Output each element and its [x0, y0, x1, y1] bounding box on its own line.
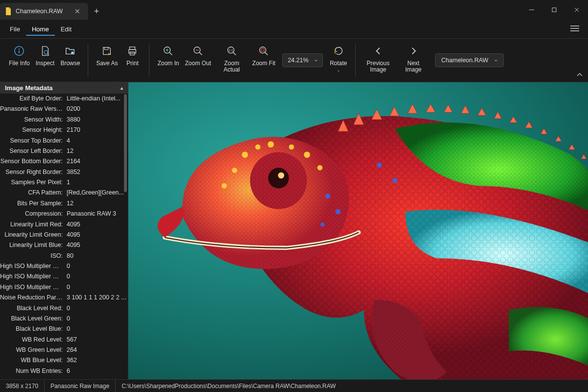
svg-point-42 — [318, 165, 323, 171]
chevron-right-icon — [408, 45, 419, 57]
new-tab-button[interactable]: + — [88, 3, 105, 20]
metadata-row: Sensor Height:2170 — [0, 125, 128, 135]
info-icon — [14, 45, 24, 57]
metadata-value: 0 — [65, 272, 128, 281]
metadata-key: WB Red Level: — [0, 335, 65, 344]
ribbon-group-file: File Info Inspect Browse — [3, 41, 86, 80]
previous-image-button[interactable]: Previous Image — [361, 43, 396, 73]
folder-icon — [65, 45, 75, 57]
ribbon-group-nav: Previous Image Next Image Chameleon.RAW — [358, 41, 511, 80]
svg-point-48 — [377, 163, 382, 168]
ribbon-collapse-icon[interactable] — [576, 72, 583, 79]
zoom-level-select[interactable]: 24.21% — [282, 53, 322, 67]
tab-close-icon[interactable]: ✕ — [73, 6, 82, 16]
metadata-key: ISO: — [0, 251, 65, 261]
ribbon: File Info Inspect Browse Save As — [0, 38, 588, 82]
metadata-row: WB Blue Level:362 — [0, 355, 128, 366]
window-maximize-button[interactable] — [543, 0, 565, 20]
metadata-row: Linearity Limit Red:4095 — [0, 220, 128, 230]
scrollbar-thumb[interactable] — [124, 94, 127, 192]
status-format: Panasonic Raw Image — [45, 380, 116, 392]
browse-button[interactable]: Browse — [57, 43, 83, 67]
svg-point-36 — [278, 172, 284, 179]
metadata-value: 12 — [65, 147, 128, 156]
metadata-value: 0200 — [65, 104, 128, 114]
svg-point-45 — [325, 194, 330, 199]
svg-point-37 — [242, 151, 248, 158]
print-button[interactable]: Print — [121, 43, 144, 67]
file-icon — [5, 7, 12, 15]
metadata-row: High ISO Multiplier Blue:0 — [0, 282, 128, 293]
metadata-key: Black Level Green: — [0, 314, 65, 323]
metadata-sidebar: Image Metadata ▴ Exif Byte Order:Little-… — [0, 82, 128, 379]
chevron-down-icon: ⌄ — [337, 68, 341, 73]
metadata-row: Compression:Panasonic RAW 3 — [0, 209, 128, 219]
metadata-value: 12 — [65, 199, 128, 208]
metadata-value: 0 — [65, 324, 128, 334]
metadata-value: 264 — [65, 345, 128, 355]
inspect-button[interactable]: Inspect — [33, 43, 58, 67]
window-close-button[interactable] — [565, 0, 588, 20]
metadata-key: High ISO Multiplier Red: — [0, 262, 65, 271]
svg-point-46 — [336, 209, 341, 215]
metadata-row: ISO:80 — [0, 251, 128, 261]
svg-point-47 — [320, 222, 324, 226]
zoom-fit-button[interactable]: Zoom Fit — [249, 43, 278, 67]
status-path: C:\Users\SharpenedProductions\Documents\… — [116, 380, 342, 392]
metadata-value: 0 — [65, 304, 128, 313]
main-area: Image Metadata ▴ Exif Byte Order:Little-… — [0, 82, 588, 379]
next-image-button[interactable]: Next Image — [396, 43, 431, 73]
window-minimize-button[interactable] — [520, 0, 543, 20]
metadata-value: 362 — [65, 356, 128, 365]
metadata-key: Sensor Width: — [0, 115, 65, 124]
metadata-row: Sensor Top Border:4 — [0, 136, 128, 146]
metadata-value: 3880 — [65, 115, 128, 124]
metadata-value: 2170 — [65, 125, 128, 135]
save-as-button[interactable]: Save As — [93, 43, 121, 67]
ribbon-group-zoom: Zoom In Zoom Out 1:1 Zoom Actual Zoom Fi… — [151, 41, 353, 80]
metadata-value: 0 — [65, 283, 128, 292]
metadata-key: Noise Reduction Para...: — [0, 293, 65, 302]
svg-point-27 — [260, 47, 266, 53]
svg-line-25 — [233, 52, 236, 55]
menu-home[interactable]: Home — [26, 23, 55, 36]
metadata-key: CFA Pattern: — [0, 188, 65, 197]
metadata-value: 2164 — [65, 157, 128, 166]
metadata-value: 567 — [65, 335, 128, 344]
svg-line-22 — [199, 52, 202, 55]
metadata-key: Linearity Limit Red: — [0, 220, 65, 229]
menu-file[interactable]: File — [4, 23, 26, 36]
metadata-row: Noise Reduction Para...:3 100 1 1 1 200 … — [0, 293, 128, 303]
hamburger-icon[interactable] — [565, 22, 584, 36]
svg-point-35 — [268, 168, 289, 188]
metadata-list: Exif Byte Order:Little-endian (Intel...P… — [0, 94, 128, 379]
metadata-key: WB Green Level: — [0, 345, 65, 355]
menu-edit[interactable]: Edit — [55, 23, 77, 36]
metadata-value: 4095 — [65, 220, 128, 229]
metadata-key: WB Type 1: — [0, 377, 65, 379]
svg-point-10 — [44, 50, 48, 54]
metadata-row: Sensor Width:3880 — [0, 115, 128, 125]
file-select-dropdown[interactable]: Chameleon.RAW — [435, 53, 504, 67]
file-info-button[interactable]: File Info — [6, 43, 33, 67]
svg-point-8 — [19, 49, 20, 49]
metadata-key: Linearity Limit Blue: — [0, 241, 65, 250]
metadata-value: Panasonic RAW 3 — [65, 209, 128, 219]
metadata-value: 1 — [65, 178, 128, 187]
rotate-button[interactable]: Rotate ⌄ — [327, 43, 350, 73]
zoom-actual-button[interactable]: 1:1 Zoom Actual — [214, 43, 249, 73]
metadata-key: WB Blue Level: — [0, 356, 65, 365]
metadata-row: CFA Pattern:[Red,Green][Green... — [0, 188, 128, 198]
metadata-row: Black Level Red:0 — [0, 303, 128, 314]
collapse-triangle-icon[interactable]: ▴ — [121, 85, 123, 91]
image-viewport[interactable] — [128, 82, 588, 379]
titlebar: Chameleon.RAW ✕ + — [0, 0, 588, 20]
metadata-value: 4095 — [65, 241, 128, 250]
zoom-out-button[interactable]: Zoom Out — [182, 43, 214, 67]
zoom-in-button[interactable]: Zoom In — [154, 43, 182, 67]
svg-line-18 — [170, 52, 172, 55]
metadata-header[interactable]: Image Metadata ▴ — [0, 82, 128, 94]
metadata-key: Samples Per Pixel: — [0, 178, 65, 187]
metadata-value: 3 100 1 1 1 200 2 2 ... — [65, 293, 128, 302]
document-tab[interactable]: Chameleon.RAW ✕ — [0, 3, 88, 20]
